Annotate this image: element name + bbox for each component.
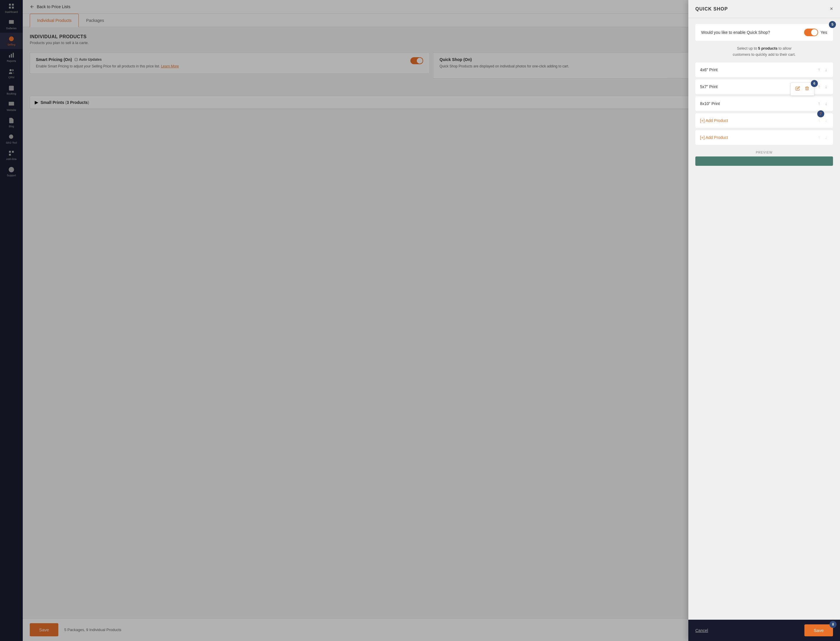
add-product-2-down[interactable]: ↓ (824, 134, 828, 141)
modal-overlay: QUICK SHOP × Would you like to enable Qu… (0, 0, 840, 641)
quick-shop-product-3: 8x10" Print ↑ ↓ (695, 96, 833, 111)
preview-bar (695, 156, 833, 166)
quick-shop-toggle-row: Would you like to enable Quick Shop? Yes… (695, 24, 833, 41)
product-1-actions: ↑ ↓ (817, 66, 828, 73)
product-2-down[interactable]: ↓ (824, 84, 828, 90)
add-product-1-down[interactable]: ↓ (824, 118, 828, 124)
delete-product-icon[interactable] (803, 85, 811, 93)
edit-product-icon[interactable] (794, 85, 801, 93)
product-2-name: 5x7" Print (700, 84, 718, 89)
modal-preview: PREVIEW (695, 147, 833, 169)
add-product-link-2[interactable]: [+] Add Product ↑ ↓ (695, 130, 833, 145)
modal-body: Would you like to enable Quick Shop? Yes… (688, 18, 840, 620)
modal-close-button[interactable]: × (830, 6, 833, 12)
add-product-link-1[interactable]: [+] Add Product ↑ ↓ 7 (695, 113, 833, 128)
add-product-1-up[interactable]: ↑ (817, 118, 821, 124)
enable-quick-shop-label: Would you like to enable Quick Shop? (701, 30, 770, 35)
modal-header: QUICK SHOP × (688, 0, 840, 18)
yes-label: Yes (821, 30, 827, 35)
step-7-badge: 7 (817, 110, 824, 118)
toggle-right: Yes (804, 29, 827, 36)
product-3-up[interactable]: ↑ (817, 100, 821, 107)
product-3-actions: ↑ ↓ (817, 100, 828, 107)
modal-select-info: Select up to 5 products to allow custome… (695, 45, 833, 58)
product-1-down[interactable]: ↓ (824, 66, 828, 73)
modal-footer: Cancel Save 8 (688, 620, 840, 641)
product-3-name: 8x10" Print (700, 101, 720, 106)
modal-cancel-button[interactable]: Cancel (695, 628, 708, 633)
modal-save-button[interactable]: Save 8 (805, 624, 833, 636)
quick-shop-modal: QUICK SHOP × Would you like to enable Qu… (688, 0, 840, 641)
step-6-badge: 6 (811, 80, 818, 87)
add-product-2-up[interactable]: ↑ (817, 134, 821, 141)
quick-shop-product-1: 4x6" Print ↑ ↓ (695, 63, 833, 77)
product-1-name: 4x6" Print (700, 68, 718, 72)
product-2-actions: 6 ↑ ↓ (817, 84, 828, 90)
preview-label: PREVIEW (695, 151, 833, 154)
quick-shop-enable-toggle[interactable] (804, 29, 818, 36)
product-1-up[interactable]: ↑ (817, 66, 821, 73)
quick-shop-product-2: 5x7" Print 6 (695, 79, 833, 94)
modal-title: QUICK SHOP (695, 6, 728, 12)
step-8-badge: 8 (829, 621, 837, 628)
step-5-badge: 5 (829, 21, 836, 28)
add-product-2-actions: ↑ ↓ (817, 134, 828, 141)
product-3-down[interactable]: ↓ (824, 100, 828, 107)
add-product-1-actions: ↑ ↓ (817, 118, 828, 124)
product-2-container: 5x7" Print 6 (695, 79, 833, 94)
